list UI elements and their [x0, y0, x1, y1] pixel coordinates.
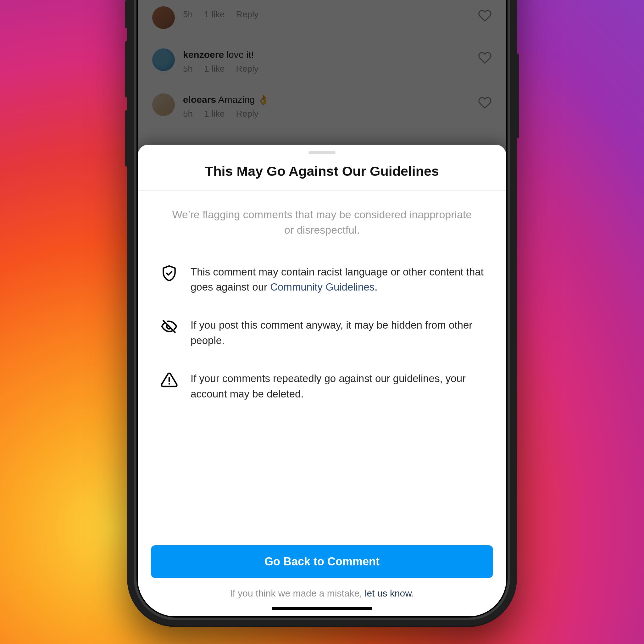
- phone-mute-switch: [125, 0, 128, 28]
- go-back-button[interactable]: Go Back to Comment: [151, 545, 493, 578]
- phone-frame: 5h 1 like Reply kenzoere love it! 5h: [128, 0, 516, 626]
- community-guidelines-link[interactable]: Community Guidelines: [270, 281, 375, 293]
- home-indicator[interactable]: [272, 607, 372, 610]
- bullet-text: If your comments repeatedly go against o…: [191, 371, 484, 402]
- svg-point-1: [169, 383, 170, 385]
- sheet-footer: Go Back to Comment If you think we made …: [138, 545, 506, 616]
- bullet-item: This comment may contain racist language…: [160, 256, 484, 309]
- bullet-item: If you post this comment anyway, it may …: [160, 309, 484, 362]
- bullet-text: If you post this comment anyway, it may …: [191, 318, 484, 348]
- guidelines-warning-sheet: This May Go Against Our Guidelines We're…: [138, 145, 506, 616]
- let-us-know-link[interactable]: let us know: [365, 588, 411, 598]
- eye-hidden-icon: [160, 318, 178, 335]
- phone-volume-up: [125, 41, 128, 97]
- bullet-item: If your comments repeatedly go against o…: [160, 362, 484, 416]
- phone-power-button: [516, 53, 519, 138]
- phone-screen: 5h 1 like Reply kenzoere love it! 5h: [138, 0, 506, 616]
- mistake-text: If you think we made a mistake, let us k…: [151, 588, 493, 599]
- sheet-subtitle: We're flagging comments that may be cons…: [138, 191, 506, 247]
- warning-triangle-icon: [160, 371, 178, 389]
- sheet-grabber[interactable]: [308, 151, 336, 154]
- bullet-list: This comment may contain racist language…: [138, 247, 506, 424]
- sheet-title: This May Go Against Our Guidelines: [138, 164, 506, 190]
- divider: [138, 424, 506, 424]
- shield-check-icon: [160, 264, 178, 282]
- phone-volume-down: [125, 110, 128, 167]
- bullet-text: This comment may contain racist language…: [191, 264, 484, 295]
